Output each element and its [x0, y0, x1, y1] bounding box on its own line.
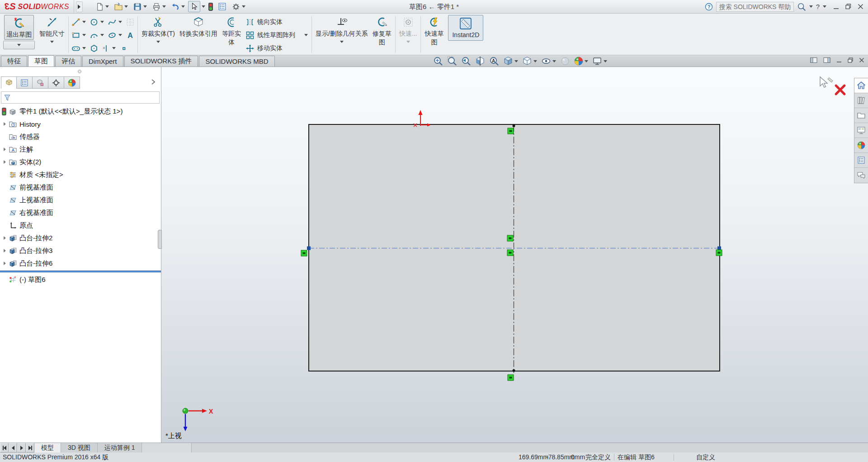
search-input[interactable] — [719, 3, 791, 10]
centerline-top-endpoint[interactable] — [513, 124, 515, 127]
hide-show-dropdown[interactable] — [552, 60, 556, 62]
expand-arrow-icon[interactable] — [4, 148, 6, 151]
doc-close-button[interactable] — [859, 57, 864, 63]
tab-3d-views[interactable]: 3D 视图 — [61, 443, 98, 452]
pane-right-icon[interactable] — [823, 57, 830, 63]
tree-item-material[interactable]: 材质 <未指定> — [4, 169, 63, 180]
slot-dropdown[interactable] — [82, 47, 86, 49]
circle-tool-button[interactable] — [88, 17, 100, 28]
trim-entities-button[interactable]: 剪裁实体(T) — [139, 14, 177, 55]
relations-dropdown[interactable] — [340, 41, 344, 43]
tree-item-sensors[interactable]: 传感器 — [4, 131, 40, 142]
offset-entities-button[interactable]: 等距实 体 — [220, 14, 243, 55]
tree-item-front-plane[interactable]: 前视基准面 — [4, 182, 53, 193]
smart-dimension-dropdown[interactable] — [50, 41, 54, 43]
new-file-dropdown[interactable] — [105, 5, 109, 8]
arc-dropdown[interactable] — [100, 34, 104, 36]
apply-scene-button[interactable] — [574, 57, 588, 66]
select-dropdown[interactable] — [202, 5, 205, 8]
new-file-button[interactable] — [94, 1, 111, 13]
relation-badge-mid-lower[interactable] — [507, 250, 513, 256]
tree-item-top-plane[interactable]: 上视基准面 — [4, 195, 53, 205]
expand-arrow-icon[interactable] — [4, 236, 6, 240]
search-icon[interactable] — [797, 2, 806, 11]
pane-left-icon[interactable] — [810, 57, 817, 63]
units-selector[interactable]: 自定义 — [696, 453, 715, 462]
doc-minimize-button[interactable] — [836, 57, 842, 63]
tab-evaluate[interactable]: 评估 — [55, 56, 81, 67]
display-style-dropdown[interactable] — [533, 60, 537, 62]
move-entities-button[interactable]: 移动实体 — [243, 42, 310, 55]
relation-badge-right[interactable] — [716, 250, 722, 256]
exit-sketch-dropdown[interactable] — [3, 41, 35, 49]
rapid-sketch-button[interactable]: 快速草 图 — [422, 14, 446, 55]
save-button[interactable] — [131, 1, 149, 13]
tab-solidworks-mbd[interactable]: SOLIDWORKS MBD — [199, 56, 274, 67]
split-dropdown[interactable] — [112, 47, 116, 49]
tree-item-sketch6[interactable]: (-) 草图6 — [4, 274, 46, 285]
view-settings-dropdown[interactable] — [604, 60, 607, 62]
tab-sketch-active[interactable]: 草图 — [28, 55, 54, 67]
linear-sketch-pattern-button[interactable]: 线性草图阵列 — [243, 29, 310, 42]
solidworks-forum-button[interactable] — [854, 168, 868, 183]
display-delete-relations-button[interactable]: 显示/删除几何关系 — [313, 14, 370, 55]
spline-tool-button[interactable] — [106, 17, 118, 28]
tree-item-history[interactable]: History — [4, 119, 41, 129]
expand-arrow-icon[interactable] — [4, 262, 6, 265]
graphics-area[interactable]: X *上视 零件1 (默认<<默认>_显示状态 1>) — [0, 67, 868, 443]
nav-first-button[interactable] — [0, 443, 9, 452]
doc-restore-button[interactable] — [848, 57, 853, 63]
print-button[interactable] — [150, 1, 168, 13]
tab-dimxpert[interactable]: DimXpert — [82, 56, 123, 67]
relation-badge-mid-upper[interactable] — [507, 235, 513, 241]
tab-configurationmanager[interactable] — [33, 76, 48, 89]
tree-item-annotations[interactable]: A 注解 — [4, 144, 33, 155]
zoom-to-fit-button[interactable] — [433, 56, 443, 66]
smart-dimension-button[interactable]: 智能尺寸 — [37, 14, 67, 55]
tree-item-boss-extrude3[interactable]: 凸台-拉伸3 — [4, 245, 52, 256]
trim-dropdown[interactable] — [156, 41, 160, 43]
ellipse-dropdown[interactable] — [118, 34, 122, 36]
print-dropdown[interactable] — [162, 5, 166, 8]
open-file-dropdown[interactable] — [124, 5, 128, 8]
section-view-button[interactable] — [475, 56, 485, 66]
relation-badge-bottom[interactable] — [508, 375, 514, 381]
zoom-to-area-button[interactable] — [447, 56, 457, 66]
relation-badge-top[interactable] — [508, 128, 514, 134]
custom-properties-button[interactable] — [854, 153, 868, 168]
sketch-face-rectangle[interactable] — [309, 124, 720, 371]
open-file-button[interactable] — [112, 1, 130, 13]
previous-view-button[interactable] — [461, 56, 471, 66]
solidworks-resources-button[interactable] — [854, 78, 868, 93]
panel-expand-chevron[interactable] — [151, 79, 156, 85]
tab-featuremanager-tree[interactable] — [1, 76, 17, 89]
rectangle-dropdown[interactable] — [82, 34, 86, 36]
help-menu-label[interactable]: ? — [816, 3, 820, 10]
point-tool-button[interactable] — [118, 43, 130, 54]
display-style-button[interactable] — [522, 56, 537, 66]
save-dropdown[interactable] — [143, 5, 147, 8]
apply-scene-dropdown[interactable] — [585, 60, 588, 62]
help-circle-icon[interactable]: ? — [705, 3, 713, 11]
circle-dropdown[interactable] — [100, 21, 104, 23]
tab-model[interactable]: 模型 — [34, 443, 61, 452]
minimize-button[interactable] — [833, 4, 839, 10]
file-properties-button[interactable] — [216, 1, 228, 12]
options-button[interactable] — [230, 1, 247, 13]
panel-resize-grip[interactable] — [158, 230, 162, 249]
tab-features[interactable]: 特征 — [1, 56, 27, 67]
nav-last-button[interactable] — [26, 443, 34, 452]
convert-entities-button[interactable]: 转换实体引用 — [177, 14, 220, 55]
view-settings-button[interactable] — [592, 56, 607, 66]
appearances-scenes-button[interactable] — [854, 138, 868, 153]
ellipse-tool-button[interactable] — [106, 30, 118, 41]
nav-prev-button[interactable] — [9, 443, 17, 452]
rollback-bar[interactable] — [0, 271, 161, 272]
tab-motion-study[interactable]: 运动算例 1 — [98, 443, 142, 452]
split-entities-tool-button[interactable] — [100, 43, 112, 54]
tree-item-solid-bodies[interactable]: 实体(2) — [4, 157, 41, 167]
tab-propertymanager[interactable] — [17, 76, 33, 89]
expand-arrow-icon[interactable] — [4, 249, 6, 252]
view-orientation-dropdown[interactable] — [514, 60, 518, 62]
line-dropdown[interactable] — [82, 21, 86, 23]
